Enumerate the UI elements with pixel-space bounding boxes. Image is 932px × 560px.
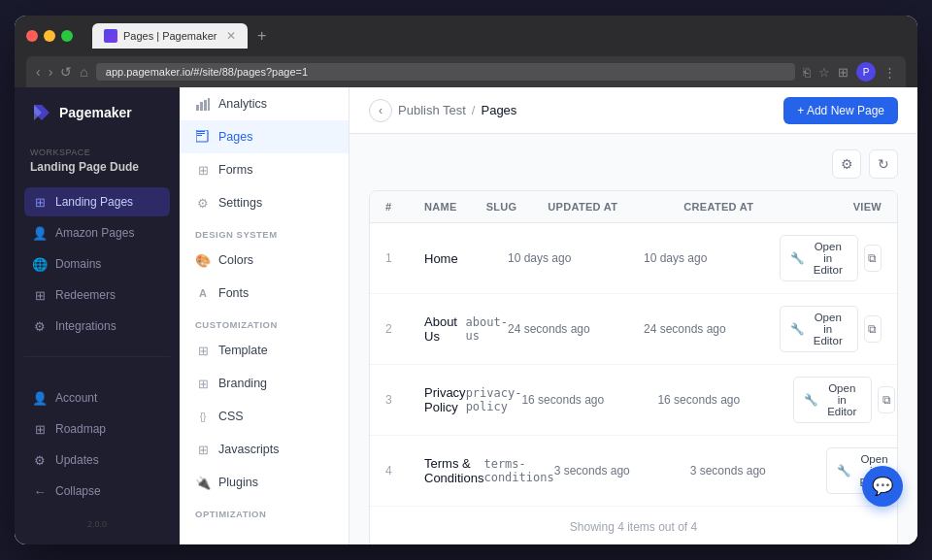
open-editor-button[interactable]: 🔧 Open in Editor — [780, 306, 858, 352]
sub-sidebar-item-settings[interactable]: ⚙ Settings — [180, 186, 349, 219]
url-input[interactable] — [96, 63, 795, 81]
external-link-icon: ⧉ — [868, 322, 877, 336]
new-tab-button[interactable]: + — [251, 23, 272, 49]
chat-bubble-button[interactable]: 💬 — [862, 466, 903, 507]
sub-sidebar-item-javascripts[interactable]: ⊞ Javascripts — [180, 433, 349, 466]
sub-sidebar-item-analytics[interactable]: Analytics — [180, 87, 349, 120]
sidebar-item-landing-pages[interactable]: ⊞ Landing Pages — [24, 187, 170, 216]
sidebar-item-label: Collapse — [55, 484, 101, 498]
svg-rect-6 — [197, 135, 202, 136]
sub-sidebar-item-fonts[interactable]: A Fonts — [180, 277, 349, 310]
branding-icon: ⊞ — [195, 376, 211, 391]
account-icon: 👤 — [32, 390, 48, 406]
sidebar-item-roadmap[interactable]: ⊞ Roadmap — [24, 414, 170, 444]
version-label: 2.0.0 — [15, 513, 180, 535]
sub-sidebar-item-branding[interactable]: ⊞ Branding — [180, 367, 349, 400]
sub-sidebar-item-css[interactable]: {} CSS — [180, 400, 349, 433]
sidebar-item-label: Redeemers — [55, 288, 116, 302]
sub-sidebar-item-template[interactable]: ⊞ Template — [180, 334, 349, 367]
add-page-button[interactable]: + Add New Page — [783, 97, 898, 124]
workspace-info: WORKSPACE Landing Page Dude — [15, 134, 180, 181]
sub-sidebar-item-plugins[interactable]: 🔌 Plugins — [180, 466, 349, 499]
row-slug: about-us — [466, 315, 508, 343]
tab-favicon — [104, 29, 117, 43]
settings-icon: ⚙ — [195, 195, 211, 211]
sidebar-item-redeemers[interactable]: ⊞ Redeemers — [24, 280, 170, 310]
sidebar-item-domains[interactable]: 🌐 Domains — [24, 249, 170, 279]
sidebar-item-account[interactable]: 👤 Account — [24, 383, 170, 412]
bookmark-icon[interactable]: ⊞ — [838, 65, 849, 80]
sidebar-item-label: Landing Pages — [55, 195, 133, 209]
home-button[interactable]: ⌂ — [80, 64, 87, 80]
table-row: 1 Home 10 days ago 10 days ago 🔧 Open in… — [370, 223, 897, 294]
table-row: 3 Privacy Policy privacy-policy 16 secon… — [370, 365, 897, 436]
sub-sidebar-label: Colors — [218, 253, 253, 267]
open-editor-button[interactable]: 🔧 Open in Editor — [780, 235, 858, 281]
sub-sidebar-label: Settings — [218, 196, 262, 210]
sidebar-item-collapse[interactable]: ← Collapse — [24, 477, 170, 506]
maximize-button[interactable] — [61, 30, 73, 42]
col-header-slug: Slug — [486, 201, 549, 213]
sub-sidebar-item-forms[interactable]: ⊞ Forms — [180, 153, 349, 186]
col-header-created: Created At — [683, 201, 819, 213]
main-content: ‹ Publish Test / Pages + Add New Page ⚙ … — [350, 87, 917, 544]
logo: Pagemaker — [15, 87, 180, 134]
analytics-icon — [195, 96, 211, 112]
open-editor-button[interactable]: 🔧 Open in Editor — [793, 377, 872, 423]
share-icon[interactable]: ⎗ — [803, 65, 811, 80]
pages-table: # Name Slug Updated At Created At View 1… — [369, 190, 898, 544]
sidebar-item-updates[interactable]: ⚙ Updates — [24, 445, 170, 475]
updates-icon: ⚙ — [32, 452, 48, 468]
forward-button[interactable]: › — [49, 64, 53, 80]
sub-sidebar-label: Javascripts — [218, 443, 280, 456]
breadcrumb-parent[interactable]: Publish Test — [398, 103, 466, 117]
close-button[interactable] — [26, 30, 38, 42]
sub-sidebar-item-pages[interactable]: Pages — [180, 120, 349, 153]
view-page-button[interactable]: ⧉ — [878, 386, 895, 413]
pages-icon — [195, 129, 211, 145]
back-button[interactable]: ‹ — [36, 64, 41, 80]
top-header: ‹ Publish Test / Pages + Add New Page — [350, 87, 917, 134]
menu-icon[interactable]: ⋮ — [883, 65, 896, 80]
wrench-icon: 🔧 — [837, 464, 850, 478]
template-icon: ⊞ — [195, 343, 211, 358]
row-num: 4 — [385, 464, 424, 478]
row-slug: terms-conditions — [483, 457, 553, 484]
view-page-button[interactable]: ⧉ — [864, 245, 882, 272]
row-num: 1 — [385, 251, 424, 265]
table-header: # Name Slug Updated At Created At View — [370, 191, 897, 223]
breadcrumb-separator: / — [472, 103, 476, 117]
row-name: About Us — [424, 314, 466, 344]
sub-sidebar-label: Analytics — [218, 97, 267, 111]
address-bar: ‹ › ↺ ⌂ ⎗ ☆ ⊞ P ⋮ — [26, 56, 906, 87]
profile-avatar[interactable]: P — [856, 62, 876, 82]
row-name: Privacy Policy — [424, 385, 466, 414]
star-icon[interactable]: ☆ — [818, 65, 830, 80]
collapse-icon: ← — [32, 483, 48, 499]
row-updated-at: 3 seconds ago — [554, 464, 690, 478]
breadcrumb-back-button[interactable]: ‹ — [369, 99, 392, 122]
integrations-icon: ⚙ — [32, 318, 48, 334]
active-tab[interactable]: Pages | Pagemaker ✕ — [92, 23, 248, 49]
breadcrumb-current: Pages — [481, 103, 516, 117]
showing-count: Showing 4 items out of 4 — [370, 507, 897, 544]
external-link-icon: ⧉ — [882, 393, 891, 407]
row-actions: 🔧 Open in Editor ⧉ — [780, 306, 882, 352]
sub-sidebar-item-colors[interactable]: 🎨 Colors — [180, 244, 349, 277]
minimize-button[interactable] — [44, 30, 55, 42]
tab-close-icon[interactable]: ✕ — [226, 29, 236, 43]
sidebar-item-integrations[interactable]: ⚙ Integrations — [24, 312, 170, 341]
refresh-toolbar-button[interactable]: ↻ — [869, 149, 898, 179]
wrench-icon: 🔧 — [804, 393, 817, 407]
workspace-label: WORKSPACE — [30, 148, 164, 157]
sidebar-item-amazon-pages[interactable]: 👤 Amazon Pages — [24, 218, 170, 247]
sidebar-divider — [24, 356, 170, 357]
table-area: ⚙ ↻ # Name Slug Updated At Created At Vi… — [350, 134, 917, 544]
row-updated-at: 10 days ago — [508, 251, 644, 265]
browser-chrome: Pages | Pagemaker ✕ + ‹ › ↺ ⌂ ⎗ ☆ ⊞ P ⋮ — [15, 16, 917, 87]
sub-sidebar-label: Plugins — [218, 476, 258, 489]
settings-toolbar-button[interactable]: ⚙ — [832, 149, 861, 179]
plugins-icon: 🔌 — [195, 475, 211, 490]
refresh-button[interactable]: ↺ — [60, 64, 72, 80]
view-page-button[interactable]: ⧉ — [864, 315, 882, 343]
